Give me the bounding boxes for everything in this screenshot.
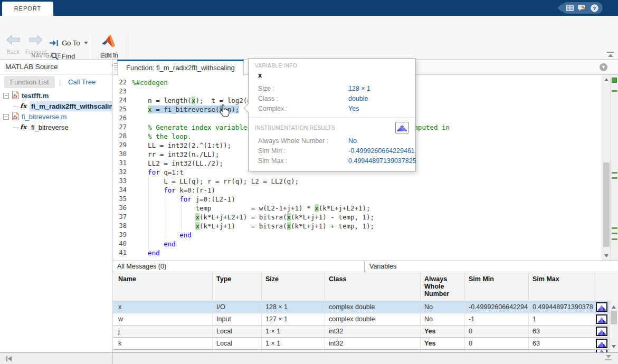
line-number: 41 bbox=[113, 248, 132, 257]
row-histogram-button[interactable] bbox=[596, 327, 607, 336]
feedback-icon[interactable] bbox=[578, 4, 586, 12]
tab-variables[interactable]: Variables bbox=[369, 263, 396, 270]
tab-function-source[interactable]: Function: fi_m_radix2fft_withscaling bbox=[117, 60, 244, 75]
column-header-sim-max[interactable]: Sim Max bbox=[529, 272, 595, 301]
status-bar bbox=[0, 352, 618, 364]
editor-scrollbar[interactable] bbox=[602, 75, 610, 261]
tree-expander-icon[interactable]: – bbox=[3, 93, 9, 99]
annotation-mark[interactable] bbox=[612, 172, 617, 174]
go-to-caret-icon[interactable] bbox=[84, 42, 88, 44]
tree-item-fi_m_radix2fft_withscaling[interactable]: fxfi_m_radix2fft_withscaling bbox=[0, 101, 112, 111]
line-number: 32 bbox=[113, 168, 132, 177]
code-line-35: 35 for j=0:(L2-1) bbox=[113, 195, 602, 204]
line-number: 35 bbox=[113, 195, 132, 204]
code-token-highlighted[interactable]: = fi_bitreverse( bbox=[152, 106, 220, 113]
scrollbar-thumb[interactable] bbox=[603, 162, 610, 247]
annotation-mark[interactable] bbox=[612, 90, 617, 92]
matlab-logo-icon bbox=[101, 34, 117, 49]
table-row-k[interactable]: kLocal1 × 1int32Yes063 bbox=[113, 338, 609, 350]
code-status-indicator[interactable] bbox=[612, 78, 617, 83]
table-scroll-down-icon[interactable] bbox=[612, 345, 616, 348]
code-line-41: 41 end bbox=[113, 248, 602, 257]
layout-grid-icon[interactable] bbox=[566, 4, 574, 12]
table-scroll-up-icon[interactable] bbox=[612, 305, 616, 309]
line-number: 31 bbox=[113, 159, 132, 168]
tab-call-tree[interactable]: Call Tree bbox=[65, 76, 99, 88]
scroll-down-icon[interactable] bbox=[604, 254, 609, 257]
cell-always-whole-number: Yes bbox=[421, 325, 465, 337]
code-token: % the loop. bbox=[148, 132, 192, 140]
sidebar-tabs: Function List | Call Tree bbox=[0, 74, 112, 89]
table-row-w[interactable]: wInput127 × 1complex doubleNo-11 bbox=[113, 313, 609, 325]
go-to-icon bbox=[50, 39, 59, 47]
tab-report[interactable]: REPORT bbox=[2, 2, 53, 16]
popup-row-label: Sim Min : bbox=[255, 147, 348, 155]
cell-class: complex double bbox=[325, 313, 421, 325]
table-row-x[interactable]: xI/O128 × 1complex doubleNo-0.4999260664… bbox=[113, 301, 609, 313]
line-number: 39 bbox=[113, 231, 132, 240]
help-icon[interactable]: ? bbox=[591, 4, 599, 12]
go-to-button[interactable]: Go To bbox=[50, 39, 88, 47]
row-histogram-button[interactable] bbox=[596, 314, 607, 324]
tree-item-fi_bitreverse[interactable]: fxfi_bitreverse bbox=[0, 122, 112, 132]
back-button[interactable]: Back bbox=[4, 35, 22, 55]
popup-row: Size :128 × 1 bbox=[255, 83, 409, 93]
code-token bbox=[132, 106, 148, 113]
cell-size: 128 × 1 bbox=[262, 301, 325, 313]
table-scrollbar-thumb[interactable] bbox=[611, 311, 617, 324]
code-token-highlighted[interactable]: x bbox=[315, 204, 319, 212]
tab-function-list[interactable]: Function List bbox=[4, 76, 55, 88]
tree-file-label: fi_bitreverse.m bbox=[22, 113, 66, 121]
annotation-mark[interactable] bbox=[612, 238, 617, 240]
scroll-up-icon[interactable] bbox=[604, 78, 609, 81]
line-number: 38 bbox=[113, 222, 132, 231]
cell-sim-max: 0.499448971390378 bbox=[529, 301, 595, 313]
code-token bbox=[132, 240, 164, 248]
popup-section-variable-info: VARIABLE INFO bbox=[255, 63, 409, 69]
annotation-bar bbox=[610, 75, 618, 261]
column-header-size[interactable]: Size bbox=[262, 272, 325, 301]
code-token: temp = w(L2-1+j+1) * bbox=[132, 204, 315, 212]
column-header-always-whole-number[interactable]: Always Whole Number bbox=[421, 272, 465, 301]
panel-menu-icon[interactable]: ▼ bbox=[600, 63, 607, 71]
matlab-source-panel: MATLAB Source Function List | Call Tree … bbox=[0, 60, 112, 352]
code-line-38: 38 x(k*L+j+1) = bitsra(x(k*L+j+1) + temp… bbox=[113, 222, 602, 231]
column-header-name[interactable]: Name bbox=[113, 272, 213, 301]
popup-row: Sim Max :0.49944897139037825 bbox=[255, 156, 409, 166]
code-token-highlighted[interactable]: x bbox=[287, 213, 291, 221]
forward-button[interactable]: Forward bbox=[25, 35, 46, 55]
collapse-down-icon[interactable] bbox=[605, 355, 612, 360]
column-header-sim-min[interactable]: Sim Min bbox=[465, 272, 529, 301]
histogram-button[interactable] bbox=[395, 122, 409, 133]
hand-cursor-icon bbox=[219, 104, 231, 119]
code-token-highlighted[interactable]: x bbox=[195, 213, 199, 221]
tree-expander-icon[interactable]: – bbox=[3, 114, 9, 120]
popup-row: Complex :Yes bbox=[255, 103, 409, 113]
column-header-type[interactable]: Type bbox=[213, 272, 262, 301]
code-token-highlighted[interactable]: x bbox=[148, 106, 152, 113]
sidebar-tab-divider: | bbox=[59, 78, 61, 86]
cell-type: Local bbox=[213, 325, 262, 337]
row-histogram-button[interactable] bbox=[596, 302, 607, 312]
collapse-left-icon[interactable] bbox=[5, 356, 13, 363]
collapse-ribbon-button[interactable] bbox=[607, 52, 614, 57]
column-header-class[interactable]: Class bbox=[325, 272, 421, 301]
code-token bbox=[132, 195, 179, 203]
table-scrollbar[interactable] bbox=[609, 301, 618, 352]
tab-all-messages[interactable]: All Messages (0) bbox=[117, 263, 166, 270]
code-line-37: 37 x(k*L+j+L2+1) = bitsra(x(k*L+j+1) - t… bbox=[113, 213, 602, 222]
row-histogram-button[interactable] bbox=[596, 339, 607, 348]
code-token-highlighted[interactable]: x bbox=[287, 222, 291, 230]
cell-type: I/O bbox=[213, 301, 262, 313]
cell-always-whole-number: No bbox=[421, 301, 465, 313]
tree-item-fi_bitreverse.m[interactable]: –fxfi_bitreverse.m bbox=[0, 111, 112, 122]
table-row-j[interactable]: jLocal1 × 1int32Yes063 bbox=[113, 325, 609, 338]
code-token: (k*L+j+1) + temp, 1); bbox=[291, 222, 374, 230]
annotation-mark[interactable] bbox=[612, 227, 617, 229]
annotation-mark[interactable] bbox=[612, 177, 617, 179]
annotation-mark[interactable] bbox=[612, 233, 617, 234]
tree-item-testfft.m[interactable]: –fxtestfft.m bbox=[0, 90, 112, 101]
code-token-highlighted[interactable]: x bbox=[195, 222, 199, 230]
tree-function-label: fi_bitreverse bbox=[30, 122, 70, 132]
line-number: 29 bbox=[113, 141, 132, 150]
